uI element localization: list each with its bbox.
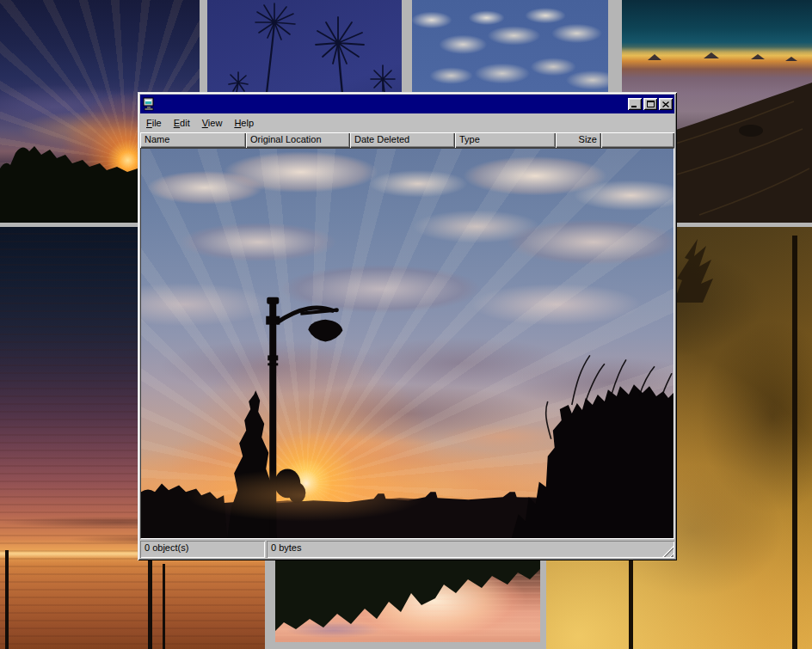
window-titlebar[interactable]: [140, 95, 674, 113]
column-header-name[interactable]: Name: [140, 132, 246, 148]
menu-file[interactable]: File: [140, 116, 168, 130]
status-objects: 0 object(s): [140, 541, 265, 558]
close-icon: [662, 101, 669, 107]
minimize-button[interactable]: [628, 98, 642, 110]
recycle-bin-window: File Edit View Help Name Original Locati…: [138, 92, 677, 560]
menu-help[interactable]: Help: [228, 116, 260, 130]
file-list-area[interactable]: [140, 148, 674, 539]
minimize-icon: [631, 101, 638, 107]
window-controls: [628, 98, 673, 110]
column-header-size[interactable]: Size: [556, 132, 601, 148]
status-bar: 0 object(s) 0 bytes: [140, 539, 674, 558]
column-headers: Name Original Location Date Deleted Type…: [140, 132, 674, 148]
sunset-photo-background: [141, 149, 674, 538]
desktop: File Edit View Help Name Original Locati…: [0, 0, 812, 649]
maximize-button[interactable]: [643, 98, 657, 110]
status-bytes: 0 bytes: [267, 541, 674, 558]
column-header-date-deleted[interactable]: Date Deleted: [350, 132, 455, 148]
computer-icon: [142, 97, 156, 111]
close-button[interactable]: [659, 98, 673, 110]
menu-bar: File Edit View Help: [140, 113, 674, 132]
menu-edit[interactable]: Edit: [168, 116, 196, 130]
column-header-original-location[interactable]: Original Location: [246, 132, 350, 148]
sunset-photo-silhouettes: [141, 149, 674, 538]
column-header-type[interactable]: Type: [455, 132, 556, 148]
menu-view[interactable]: View: [196, 116, 229, 130]
column-header-filler: [601, 132, 674, 148]
maximize-icon: [647, 101, 655, 107]
